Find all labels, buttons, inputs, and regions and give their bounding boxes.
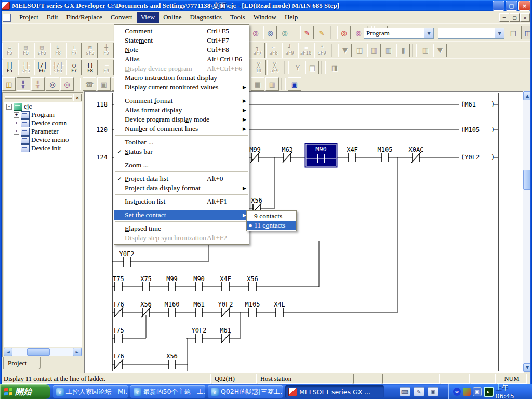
taskbar-task-q02h[interactable]: eQ02H的疑惑|三菱工...: [208, 385, 283, 398]
toolbar-button-sf6[interactable]: ▤sF6: [34, 43, 49, 58]
taskbar-task-50[interactable]: e最新的50个主题 - 工...: [130, 385, 205, 398]
branch-icon[interactable]: Y: [291, 61, 304, 74]
panel-horizontal-scrollbar[interactable]: ◄ ►: [4, 348, 82, 356]
tray-network-icon[interactable]: ▣: [473, 387, 482, 396]
minimize-button[interactable]: ─: [493, 1, 504, 11]
toolbar-button-sf5[interactable]: ⊠sF5: [83, 43, 98, 58]
combo-drop-icon[interactable]: ▼: [495, 28, 504, 38]
grid-icon[interactable]: ▦: [419, 44, 432, 57]
ladder-mode-icon[interactable]: ◫: [2, 77, 16, 91]
monitor-step-icon[interactable]: ▥: [382, 44, 395, 57]
instruction-help-icon[interactable]: ▤: [305, 61, 319, 74]
expand-icon[interactable]: +: [14, 129, 19, 135]
toolbar-button-sf6[interactable]: ┤/├sF6: [50, 60, 65, 75]
toolbar-button-f6[interactable]: ┤/├F6: [34, 60, 49, 75]
find-zoom-icon[interactable]: ◎: [46, 77, 59, 91]
menu-find-replace[interactable]: Find/Replace: [62, 12, 107, 23]
menu-help[interactable]: Help: [281, 12, 302, 23]
find-instruction-icon[interactable]: ◎: [263, 26, 277, 39]
menu-item-project-data-list[interactable]: ✓Project data listAlt+0: [114, 174, 249, 183]
menu-online[interactable]: Online: [159, 12, 185, 23]
menu-view[interactable]: View: [137, 12, 159, 23]
submenu-item-11-contacts[interactable]: ●11 contacts: [247, 221, 296, 230]
keyboard-icon[interactable]: ⌨: [400, 387, 410, 396]
menu-item-project-data-display-format[interactable]: Project data display format▶: [114, 183, 249, 193]
menu-item-display-device-program[interactable]: Display device programAlt+Ctrl+F6: [114, 64, 249, 73]
submenu-item-9-contacts[interactable]: 9 contacts: [247, 211, 296, 221]
toolbar-button-f7[interactable]: ⊥F7: [66, 43, 82, 58]
menu-item-macro-instruction-format-display[interactable]: Macro instruction format display: [114, 73, 249, 83]
mdi-document-icon[interactable]: [3, 14, 11, 22]
scroll-thumb[interactable]: [27, 348, 50, 356]
tree-item-program[interactable]: +Program: [4, 111, 81, 119]
scroll-left-icon[interactable]: ◄: [4, 348, 12, 356]
menu-item-comment-format[interactable]: Comment format▶: [114, 96, 249, 105]
scroll-right-icon[interactable]: ►: [73, 348, 82, 356]
device-monitor-icon[interactable]: ▣: [288, 77, 301, 91]
mdi-close-button[interactable]: ×: [520, 13, 530, 22]
transfer-icon[interactable]: ☎: [83, 77, 96, 91]
toolbar-button-sf5[interactable]: ┤├sF5: [18, 60, 33, 75]
monitor-half-icon[interactable]: ▮: [396, 44, 410, 57]
menu-item-device-program-display-mode[interactable]: Device program display mode▶: [114, 115, 249, 124]
monitor-start-icon[interactable]: ▼: [338, 44, 352, 57]
project-data-edit-icon[interactable]: ╬: [31, 77, 45, 91]
mdi-minimize-button[interactable]: ─: [499, 13, 509, 22]
menu-item-toolbar[interactable]: Toolbar ...: [114, 138, 249, 147]
menu-item-note[interactable]: NoteCtrl+F8: [114, 45, 249, 55]
close-button[interactable]: ×: [518, 1, 530, 11]
toolbar-button-f5[interactable]: ┼F5: [99, 43, 114, 58]
monitor-stop-icon[interactable]: ◫: [353, 44, 366, 57]
stack-icon[interactable]: ▦: [251, 77, 264, 91]
toolbar-button-f9[interactable]: ─F9: [99, 60, 114, 75]
find-combobox[interactable]: ▼: [438, 28, 504, 39]
toolbar-button-f6[interactable]: ▤F6: [18, 43, 33, 58]
menu-convert[interactable]: Convert: [107, 12, 137, 23]
tray-network-speed-icon[interactable]: -w-: [453, 388, 461, 396]
find-string-icon[interactable]: ◎: [278, 26, 291, 39]
toolbar-button-af10[interactable]: =aF10: [298, 43, 313, 58]
toolbar-button-cf9[interactable]: *cF9: [314, 43, 329, 58]
toolbar-button-f7[interactable]: ○F7: [66, 60, 82, 75]
tree-item-parameter[interactable]: +Parameter: [4, 127, 81, 136]
menu-diagnostics[interactable]: Diagnostics: [186, 12, 226, 23]
panel-close-icon[interactable]: ×: [73, 94, 82, 101]
menu-item-statement[interactable]: StatementCtrl+F7: [114, 36, 249, 45]
menu-item-display-current-monitored-values[interactable]: Display current monitored values▶: [114, 83, 249, 92]
tree-item-device-comn[interactable]: +Device comn: [4, 119, 81, 127]
toolbar-button-af7[interactable]: ┐aF7: [250, 43, 265, 58]
project-data-tree-icon[interactable]: ╬: [17, 77, 30, 91]
menu-item-alias[interactable]: AliasAlt+Ctrl+F6: [114, 55, 249, 64]
tray-terminal-icon[interactable]: ▸: [484, 387, 494, 397]
menu-item-comment[interactable]: CommentCtrl+F5: [114, 26, 249, 36]
combo-drop-icon[interactable]: ▼: [424, 28, 433, 38]
toolbar-button-10[interactable]: ╳10: [251, 60, 266, 75]
menu-item-elapsed-time[interactable]: Elapsed time: [114, 224, 249, 233]
grid-run-icon[interactable]: ▼: [433, 44, 447, 57]
collapse-icon[interactable]: -: [6, 104, 12, 110]
tree-item-device-init[interactable]: Device init: [4, 144, 81, 152]
edit-zoom-icon[interactable]: ◎: [60, 77, 74, 91]
menu-item-status-bar[interactable]: ✓Status bar: [114, 147, 249, 156]
cross-reference-icon[interactable]: ◎: [337, 26, 351, 39]
expand-icon[interactable]: +: [14, 121, 19, 126]
menu-item-zoom[interactable]: Zoom ...: [114, 161, 249, 170]
tray-antivirus-icon[interactable]: [463, 388, 471, 396]
toolbar-button-f5[interactable]: ▭F5: [2, 43, 17, 58]
tree-item-cjc[interactable]: -cjc: [4, 102, 81, 111]
new-comment-icon[interactable]: ▤: [507, 26, 520, 39]
menu-item-number-of-comment-lines[interactable]: Number of comment lines▶: [114, 124, 249, 134]
replace-device-icon[interactable]: ✎: [300, 26, 314, 39]
taskbar-task-mi[interactable]: e工控人家园论坛 - Mi...: [53, 385, 128, 398]
ime-panel-icon[interactable]: ▣: [428, 387, 438, 396]
mdi-restore-button[interactable]: ▢: [510, 13, 520, 22]
toolbar-button-af8[interactable]: ⌐aF8: [266, 43, 281, 58]
pen-icon[interactable]: ✎: [414, 387, 424, 396]
toolbar-button-f8[interactable]: ↳F8: [50, 43, 65, 58]
menu-item-instruction-list[interactable]: Instruction listAlt+F1: [114, 197, 249, 206]
toolbar-button-af9[interactable]: ┘aF9: [282, 43, 297, 58]
toolbar-button-af9[interactable]: ╳aF9: [267, 60, 282, 75]
menu-project[interactable]: Project: [15, 12, 43, 23]
toolbar-button-f8[interactable]: {}F8: [83, 60, 98, 75]
menu-item-display-step-synchronization[interactable]: Display step synchronizationAlt+F2: [114, 233, 249, 243]
